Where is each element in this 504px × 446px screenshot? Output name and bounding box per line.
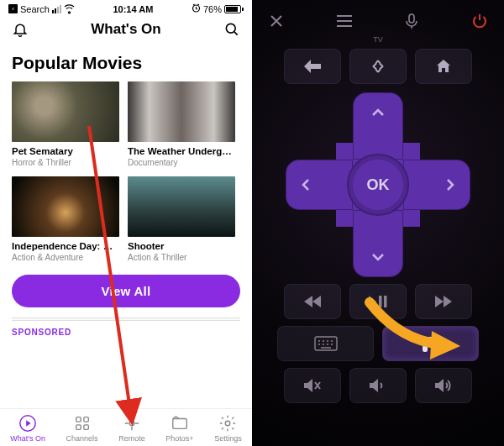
mic-icon[interactable]: [402, 12, 421, 30]
svg-rect-4: [83, 417, 88, 422]
back-to-app-label[interactable]: Search: [20, 4, 50, 14]
movie-genre: Action & Adventure: [12, 253, 119, 263]
svg-rect-8: [173, 419, 187, 429]
svg-rect-15: [423, 346, 427, 351]
sponsored-label: SPONSORED: [12, 328, 240, 342]
rewind-button[interactable]: [284, 284, 341, 319]
movie-card[interactable]: Shooter Action & Thriller: [128, 176, 235, 263]
device-label: TV: [252, 35, 504, 44]
menu-icon[interactable]: [335, 12, 354, 30]
keyboard-headphones-row: [252, 326, 504, 361]
fast-forward-button[interactable]: [415, 284, 472, 319]
options-button[interactable]: [349, 49, 407, 84]
movie-genre: Action & Thriller: [128, 253, 235, 263]
keyboard-button[interactable]: [277, 326, 374, 361]
media-controls: [252, 284, 504, 319]
wifi-icon: [64, 4, 75, 14]
dpad: OK: [286, 92, 470, 277]
tab-settings[interactable]: Settings: [214, 414, 242, 443]
dpad-left[interactable]: [286, 160, 353, 210]
section-divider: [12, 317, 240, 321]
movie-title: The Weather Undergro…: [128, 146, 235, 158]
movie-card[interactable]: Pet Sematary Horror & Thriller: [12, 81, 119, 168]
dpad-up[interactable]: [353, 92, 403, 160]
search-icon[interactable]: [223, 21, 240, 38]
volume-up-button[interactable]: [415, 368, 472, 403]
back-chevron[interactable]: ‹: [8, 4, 18, 13]
svg-rect-13: [384, 296, 387, 307]
tab-label: Settings: [214, 434, 242, 443]
svg-point-7: [129, 421, 134, 426]
close-icon[interactable]: [267, 12, 286, 30]
dpad-right[interactable]: [403, 160, 470, 210]
alarm-icon: [192, 3, 201, 14]
movie-card[interactable]: The Weather Undergro… Documentary: [128, 81, 235, 168]
app-screen-whats-on: ‹ Search 10:14 AM 76% What's On: [0, 0, 252, 446]
view-all-button[interactable]: View All: [12, 275, 240, 307]
status-bar: ‹ Search 10:14 AM 76%: [0, 0, 252, 16]
svg-rect-5: [76, 425, 81, 430]
tab-bar: What's On Channels Remote Photos+ Settin…: [0, 408, 252, 446]
tab-label: What's On: [10, 434, 45, 443]
movie-card[interactable]: Independence Day: Res… Action & Adventur…: [12, 176, 119, 263]
svg-rect-11: [409, 14, 414, 23]
tab-remote[interactable]: Remote: [118, 414, 145, 443]
nav-buttons-row: [252, 49, 504, 84]
movie-poster: [128, 81, 235, 142]
back-button[interactable]: [284, 49, 341, 84]
movie-title: Pet Sematary: [12, 146, 119, 158]
movie-grid: Pet Sematary Horror & Thriller The Weath…: [12, 81, 240, 263]
cell-signal-icon: [52, 5, 61, 13]
svg-point-1: [226, 24, 235, 33]
svg-rect-6: [83, 425, 88, 430]
movie-poster: [12, 81, 119, 142]
home-button[interactable]: [415, 49, 472, 84]
notifications-icon[interactable]: [12, 21, 29, 38]
tab-label: Channels: [66, 434, 98, 443]
remote-screen: TV OK: [252, 0, 504, 446]
svg-rect-12: [379, 296, 382, 307]
power-icon[interactable]: [470, 12, 489, 30]
movie-genre: Horror & Thriller: [12, 158, 119, 168]
status-time: 10:14 AM: [113, 4, 153, 14]
dpad-ok-button[interactable]: OK: [347, 154, 409, 216]
remote-top-bar: [252, 0, 504, 34]
svg-rect-3: [76, 417, 81, 422]
section-title-popular: Popular Movies: [12, 53, 240, 73]
tab-photos[interactable]: Photos+: [165, 414, 193, 443]
page-title: What's On: [91, 21, 160, 38]
dpad-down[interactable]: [353, 210, 403, 277]
movie-genre: Documentary: [128, 158, 235, 168]
nav-bar: What's On: [0, 16, 252, 45]
movie-poster: [12, 176, 119, 237]
movie-title: Independence Day: Res…: [12, 241, 119, 253]
movie-poster: [128, 176, 235, 237]
battery-pct: 76%: [203, 4, 222, 14]
headphones-button[interactable]: [382, 326, 479, 361]
volume-down-button[interactable]: [349, 368, 407, 403]
svg-point-9: [226, 421, 231, 426]
battery-icon: [224, 5, 244, 13]
mute-button[interactable]: [284, 368, 341, 403]
tab-label: Photos+: [165, 434, 193, 443]
tab-label: Remote: [118, 434, 145, 443]
movie-title: Shooter: [128, 241, 235, 253]
play-pause-button[interactable]: [349, 284, 407, 319]
volume-row: [252, 368, 504, 403]
tab-channels[interactable]: Channels: [66, 414, 98, 443]
svg-rect-16: [435, 346, 438, 351]
tab-whats-on[interactable]: What's On: [10, 414, 45, 443]
